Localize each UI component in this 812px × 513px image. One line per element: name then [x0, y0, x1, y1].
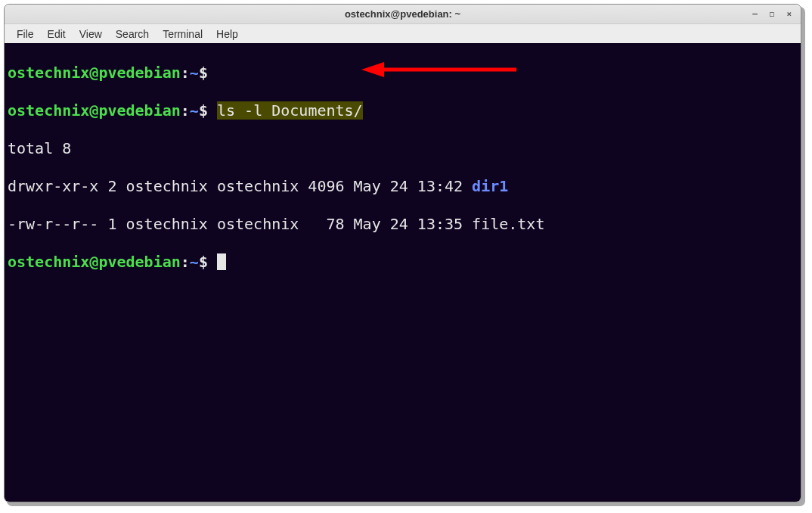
- terminal-body[interactable]: ostechnix@pvedebian:~$ ostechnix@pvedebi…: [5, 43, 801, 502]
- window-title: ostechnix@pvedebian: ~: [345, 8, 460, 20]
- highlighted-command: ls -l Documents/: [217, 101, 363, 120]
- prompt-userhost: ostechnix@pvedebian: [8, 64, 181, 82]
- prompt-separator: :: [181, 101, 190, 120]
- prompt-separator: :: [181, 253, 190, 271]
- menu-search[interactable]: Search: [110, 26, 155, 42]
- menu-edit[interactable]: Edit: [42, 26, 72, 42]
- window-titlebar[interactable]: ostechnix@pvedebian: ~ – ◻ ×: [5, 5, 801, 24]
- cmd-empty: [208, 64, 217, 82]
- prompt-userhost: ostechnix@pvedebian: [8, 253, 181, 271]
- minimize-button[interactable]: –: [751, 9, 759, 19]
- line-total: total 8: [8, 139, 798, 158]
- line-prompt-3: ostechnix@pvedebian:~$: [8, 253, 798, 272]
- maximize-button[interactable]: ◻: [768, 9, 776, 19]
- prompt-dollar: $: [199, 101, 208, 120]
- menu-view[interactable]: View: [73, 26, 108, 42]
- ls-row-1-name: dir1: [472, 177, 508, 195]
- prompt-dollar: $: [199, 64, 208, 82]
- line-entry-file: -rw-r--r-- 1 ostechnix ostechnix 78 May …: [8, 215, 798, 234]
- prompt-dollar: $: [199, 253, 208, 271]
- window-controls: – ◻ ×: [751, 5, 798, 23]
- menu-file[interactable]: File: [11, 26, 40, 42]
- prompt-path: ~: [190, 64, 199, 82]
- menu-terminal[interactable]: Terminal: [157, 26, 209, 42]
- close-button[interactable]: ×: [785, 9, 793, 19]
- menu-help[interactable]: Help: [210, 26, 244, 42]
- line-prompt-1: ostechnix@pvedebian:~$: [8, 64, 798, 82]
- line-prompt-2: ostechnix@pvedebian:~$ ls -l Documents/: [8, 101, 798, 120]
- line-entry-dir: drwxr-xr-x 2 ostechnix ostechnix 4096 Ma…: [8, 177, 798, 196]
- prompt-path: ~: [190, 101, 199, 120]
- terminal-window: ostechnix@pvedebian: ~ – ◻ × File Edit V…: [4, 4, 801, 502]
- menubar: File Edit View Search Terminal Help: [5, 24, 801, 43]
- ls-row-1-meta: drwxr-xr-x 2 ostechnix ostechnix 4096 Ma…: [8, 177, 472, 195]
- cursor-block: [217, 253, 226, 270]
- prompt-separator: :: [181, 64, 190, 82]
- prompt-path: ~: [190, 253, 199, 271]
- prompt-userhost: ostechnix@pvedebian: [8, 101, 181, 120]
